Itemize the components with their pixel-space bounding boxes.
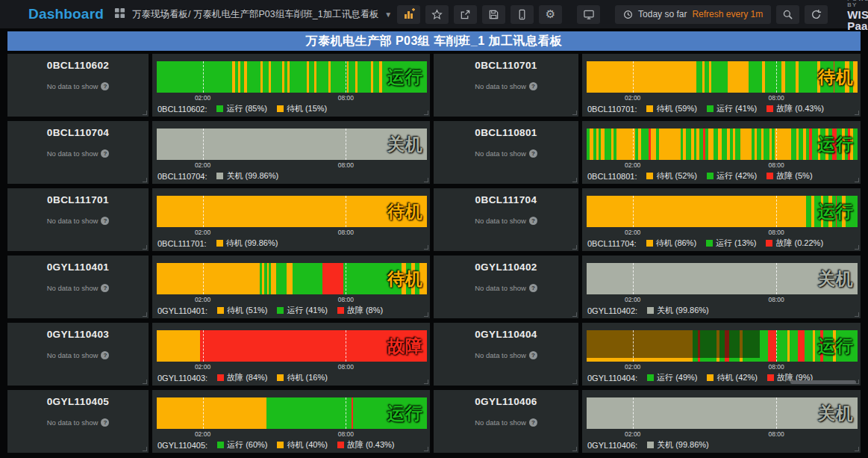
machine-id-title[interactable]: 0GYL110402 <box>434 256 578 273</box>
legend-item[interactable]: 运行 (13%) <box>706 238 756 249</box>
help-icon[interactable]: ? <box>101 82 109 90</box>
status-timeline-panel[interactable]: 关机 02:0008:00 0GYL110402:关机 (99.86%) <box>582 256 861 318</box>
legend-item[interactable]: 故障 (0.22%) <box>766 238 823 249</box>
status-timeline-bar[interactable]: 运行 <box>587 330 858 362</box>
status-timeline-panel[interactable]: 运行 02:0008:00 0BCL111704:待机 (86%)运行 (13%… <box>582 188 861 251</box>
app-brand[interactable]: Dashboard <box>28 6 104 22</box>
mobile-view-button[interactable] <box>511 5 534 24</box>
status-timeline-bar[interactable]: 运行 <box>587 129 858 160</box>
help-icon[interactable]: ? <box>101 284 109 292</box>
legend-swatch <box>647 374 654 381</box>
status-segment <box>293 263 322 294</box>
tv-mode-button[interactable] <box>577 5 600 24</box>
machine-id-title[interactable]: 0BCL110701 <box>434 54 578 71</box>
status-timeline-panel[interactable]: 运行 02:0008:00 0BCL110602:运行 (85%)待机 (15%… <box>152 54 430 117</box>
panel-legend: 0BCL111701:待机 (99.86%) <box>157 238 427 249</box>
legend-item[interactable]: 关机 (99.86%) <box>216 170 278 182</box>
breadcrumb-folder[interactable]: 万泰现场看板/ <box>132 9 190 19</box>
legend-item[interactable]: 故障 (0.43%) <box>337 439 395 451</box>
status-timeline-panel[interactable]: 运行 02:0008:00 0GYL110405:运行 (60%)待机 (40%… <box>152 390 430 453</box>
machine-id-title[interactable]: 0BCL110801 <box>434 121 578 138</box>
status-timeline-panel[interactable]: 关机 02:0008:00 0BCL110704:关机 (99.86%) <box>152 121 430 184</box>
status-timeline-bar[interactable]: 关机 <box>157 129 427 160</box>
help-icon[interactable]: ? <box>101 149 109 158</box>
legend-item[interactable]: 运行 (41%) <box>277 305 327 316</box>
apps-icon[interactable] <box>114 7 125 22</box>
share-button[interactable] <box>454 5 477 24</box>
help-icon[interactable]: ? <box>529 284 537 292</box>
status-timeline-bar[interactable]: 运行 <box>157 61 427 93</box>
status-segment <box>686 129 691 160</box>
status-timeline-bar[interactable]: 运行 <box>587 196 858 227</box>
status-timeline-bar[interactable]: 待机 <box>157 196 427 227</box>
legend-item[interactable]: 故障 (8%) <box>337 305 383 316</box>
dashboard-title-banner: 万泰机电生产部 P03组 车削班_1 加工讯息看板 <box>7 31 861 51</box>
legend-item[interactable]: 运行 (85%) <box>216 103 266 114</box>
legend-item[interactable]: 运行 (41%) <box>707 103 757 114</box>
legend-item[interactable]: 待机 (16%) <box>277 372 327 383</box>
machine-id-title[interactable]: 0BCL110602 <box>7 54 149 71</box>
status-timeline-bar[interactable]: 关机 <box>587 397 858 429</box>
legend-item[interactable]: 运行 (60%) <box>217 439 267 451</box>
legend-item[interactable]: 待机 (52%) <box>646 170 696 182</box>
status-timeline-panel[interactable]: 运行 02:0008:00 0BCL110801:待机 (52%)运行 (42%… <box>582 121 861 184</box>
help-icon[interactable]: ? <box>529 149 537 158</box>
time-tick-label: 08:00 <box>768 229 784 236</box>
monitor-icon <box>583 9 595 20</box>
legend-item[interactable]: 运行 (49%) <box>647 372 697 383</box>
status-timeline-panel[interactable]: 故障 02:0008:00 0GYL110403:故障 (84%)待机 (16%… <box>152 323 430 386</box>
time-range-picker[interactable]: Today so far Refresh every 1m <box>615 5 771 24</box>
legend-item[interactable]: 待机 (42%) <box>707 372 757 383</box>
machine-id-title[interactable]: 0GYL110406 <box>434 390 578 407</box>
settings-button[interactable]: ⚙ <box>539 5 562 24</box>
status-timeline-panel[interactable]: 运行 02:0008:00 0GYL110404:运行 (49%)待机 (42%… <box>582 323 861 386</box>
time-tick-label: 08:00 <box>768 363 784 371</box>
refresh-button[interactable] <box>805 5 828 24</box>
scrollbar-handle[interactable] <box>790 380 856 384</box>
legend-item[interactable]: 待机 (59%) <box>646 103 696 114</box>
help-icon[interactable]: ? <box>529 418 537 427</box>
status-timeline-panel[interactable]: 待机 02:0008:00 0BCL110701:待机 (59%)运行 (41%… <box>582 54 861 117</box>
save-icon <box>488 9 499 20</box>
help-icon[interactable]: ? <box>529 217 537 225</box>
legend-item[interactable]: 关机 (99.86%) <box>647 439 709 451</box>
legend-item[interactable]: 待机 (40%) <box>277 439 327 451</box>
legend-item[interactable]: 运行 (42%) <box>707 170 757 182</box>
breadcrumb-dashboard[interactable]: 万泰机电生产部P03组车削班_1加工讯息看板 <box>193 9 379 19</box>
legend-item[interactable]: 关机 (99.86%) <box>647 305 709 316</box>
machine-id-title[interactable]: 0GYL110403 <box>7 323 149 340</box>
add-panel-button[interactable] <box>397 5 420 24</box>
status-timeline-panel[interactable]: 关机 02:0008:00 0GYL110406:关机 (99.86%) <box>582 390 861 453</box>
status-timeline-panel[interactable]: 待机 02:0008:00 0BCL111701:待机 (99.86%) <box>152 188 430 251</box>
status-timeline-bar[interactable]: 故障 <box>157 330 427 362</box>
zoom-out-button[interactable] <box>776 5 799 24</box>
help-icon[interactable]: ? <box>101 418 109 427</box>
machine-id-title[interactable]: 0BCL111704 <box>434 188 578 205</box>
legend-item[interactable]: 待机 (51%) <box>217 305 267 316</box>
status-segment <box>785 61 796 93</box>
machine-id-title[interactable]: 0BCL110704 <box>7 121 149 138</box>
machine-id-title[interactable]: 0GYL110404 <box>434 323 578 340</box>
help-icon[interactable]: ? <box>529 351 537 359</box>
help-icon[interactable]: ? <box>101 351 109 359</box>
star-button[interactable] <box>425 5 449 24</box>
machine-id-title[interactable]: 0BCL111701 <box>7 188 149 205</box>
legend-item[interactable]: 故障 (84%) <box>217 372 267 383</box>
breadcrumb[interactable]: 万泰现场看板/ 万泰机电生产部P03组车削班_1加工讯息看板 ▼ <box>132 8 392 21</box>
machine-id-title[interactable]: 0GYL110405 <box>7 390 149 407</box>
legend-item[interactable]: 待机 (99.86%) <box>216 238 278 249</box>
help-icon[interactable]: ? <box>529 82 537 90</box>
status-timeline-bar[interactable]: 关机 <box>587 263 858 294</box>
help-icon[interactable]: ? <box>101 217 109 225</box>
status-timeline-panel[interactable]: 待机 02:0008:00 0GYL110401:待机 (51%)运行 (41%… <box>152 256 430 318</box>
status-timeline-bar[interactable]: 运行 <box>157 397 427 429</box>
status-timeline-bar[interactable]: 待机 <box>587 61 858 93</box>
status-segment <box>373 61 379 93</box>
legend-item[interactable]: 故障 (5%) <box>766 170 812 182</box>
machine-id-title[interactable]: 0GYL110401 <box>7 256 149 273</box>
legend-item[interactable]: 待机 (86%) <box>646 238 696 249</box>
status-timeline-bar[interactable]: 待机 <box>157 263 427 294</box>
legend-item[interactable]: 待机 (15%) <box>277 103 327 114</box>
save-button[interactable] <box>482 5 505 24</box>
legend-item[interactable]: 故障 (0.43%) <box>766 103 824 114</box>
